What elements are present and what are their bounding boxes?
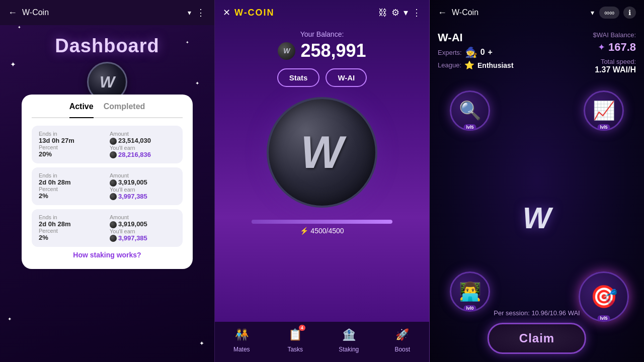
info-icon[interactable]: ℹ [623,7,636,19]
star-3: ✦ [186,40,189,45]
tasks-icon: 📋 4 [286,326,304,344]
main-coin-button[interactable]: W [267,97,377,208]
amount-value-3: 3,919,005 [110,220,176,228]
tasks-badge: 4 [299,325,305,331]
panel3-title: W-Coin [452,8,586,17]
nav-boost[interactable]: 🚀 Boost [385,326,420,358]
wai-tab[interactable]: W-AI [326,68,367,87]
back-button[interactable]: ← [8,8,17,18]
settings-icon[interactable]: ⚙ [391,7,399,18]
boost-label: Boost [394,346,410,353]
add-expert-button[interactable]: + [488,48,493,57]
panel-dashboard: ✦ ✦ ✦ ✦ ✦ ✦ ← W-Coin ▾ ⋮ Dashboard W Act… [0,0,215,362]
swai-label: $WAI Balance: [593,31,636,39]
balance-coin-icon: W [278,42,295,60]
swai-amount: 167.8 [608,41,636,54]
session-text: Per session: 10.96/10.96 WAI [430,309,644,317]
boost-icon: 🚀 [393,326,412,344]
speed-value: 1.37 WAI/H [593,65,636,74]
star-2: ✦ [195,80,199,86]
bottom-navigation: 🧑‍🤝‍🧑 Mates 📋 4 Tasks 🏦 Staking 🚀 Boost [215,322,429,362]
balance-label: Your Balance: [278,30,366,38]
agents-area: W 🔍 lvl5 📈 lvl5 👨‍💻 lvl0 🎯 [430,80,644,362]
connect-icon[interactable]: ⛓ [378,8,387,18]
claim-button[interactable]: Claim [488,323,586,354]
percent-value-1: 20% [39,150,105,158]
agent-search-level: lvl5 [463,124,476,130]
staking-item-1: Ends in 13d 0h 27m Percent 20% Amount 23… [32,126,183,163]
experts-count: 0 [480,48,485,57]
league-row: League: ⭐ Enthusiast [438,60,514,70]
cc-icon[interactable]: ∞∞ [599,7,619,19]
panel3-header-icons: ∞∞ ℹ [599,7,636,19]
panel3-back-button[interactable]: ← [438,8,447,18]
star-5: ✦ [199,340,204,347]
amount-label-1: Amount [110,131,176,137]
mates-label: Mates [233,346,250,353]
percent-value-2: 2% [39,192,105,200]
nav-staking[interactable]: 🏦 Staking [331,326,366,358]
agent-developer[interactable]: 👨‍💻 lvl0 [450,272,490,312]
balance-row: W 258,991 [278,40,366,61]
star-1: ✦ [10,60,16,68]
amount-value-1: 23,514,030 [110,137,176,145]
wai-right-info: $WAI Balance: ✦ 167.8 Total speed: 1.37 … [593,31,636,74]
panel3-header: ← W-Coin ▾ ∞∞ ℹ [430,0,644,25]
how-staking-link[interactable]: How staking works? [32,251,183,259]
percent-value-3: 2% [39,234,105,241]
agent-chart[interactable]: 📈 lvl5 [584,90,624,131]
agent-search[interactable]: 🔍 lvl5 [450,90,490,131]
panel-wcoin-main: ✕ W-COIN ⛓ ⚙ ▾ ⋮ Your Balance: W 258,991… [215,0,430,362]
swai-balance-row: ✦ 167.8 [593,41,636,54]
action-tabs: Stats W-AI [277,68,367,87]
amount-label-3: Amount [110,214,176,220]
close-button[interactable]: ✕ [223,7,230,18]
more-options-icon[interactable]: ⋮ [196,7,206,18]
percent-label-2: Percent [39,186,105,192]
energy-bar-container: ⚡ 4500/4500 [252,220,392,235]
expert-emoji: 🧙 [465,46,477,58]
energy-label: ⚡ 4500/4500 [252,227,392,235]
panel2-chevron[interactable]: ▾ [404,7,408,18]
wai-info-bar: W-AI Experts: 🧙 0 + League: ⭐ Enthusiast… [430,25,644,80]
tab-completed[interactable]: Completed [104,102,145,113]
big-w-letter: W [301,130,344,175]
staking-label: Staking [339,346,359,353]
wai-left-info: W-AI Experts: 🧙 0 + League: ⭐ Enthusiast [438,31,514,70]
diamond-icon: ✦ [598,42,605,53]
earn-value-2: 3,997,385 [110,193,176,201]
stats-tab[interactable]: Stats [277,68,320,87]
league-label: League: [438,61,461,69]
star-icon: ⭐ [464,60,474,70]
staking-card: Active Completed Ends in 13d 0h 27m Perc… [22,95,193,269]
staking-tabs: Active Completed [32,102,183,118]
ends-label-3: Ends in [39,214,105,220]
panel2-dots[interactable]: ⋮ [412,7,421,18]
chevron-down-icon[interactable]: ▾ [188,9,191,17]
balance-amount: 258,991 [300,40,366,61]
panel3-chevron-icon[interactable]: ▾ [591,9,594,17]
percent-label-1: Percent [39,144,105,150]
league-value: Enthusiast [477,61,514,69]
staking-nav-icon: 🏦 [340,326,358,344]
staking-item-3: Ends in 2d 0h 28m Percent 2% Amount 3,91… [32,209,183,247]
ends-label-1: Ends in [39,131,105,137]
nav-mates[interactable]: 🧑‍🤝‍🧑 Mates [224,326,259,358]
experts-label: Experts: [438,49,462,56]
tab-active[interactable]: Active [69,102,94,118]
wai-title: W-AI [438,31,514,44]
earn-value-1: 28,216,836 [110,151,176,159]
ends-label-2: Ends in [39,172,105,178]
percent-label-3: Percent [39,228,105,234]
star-4: ✦ [8,316,12,322]
ends-value-3: 2d 0h 28m [39,220,105,228]
panel1-header: ← W-Coin ▾ ⋮ [0,0,214,25]
staking-item-2: Ends in 2d 0h 28m Percent 2% Amount 3,91… [32,167,183,205]
app-title: W-Coin [22,8,183,17]
amount-label-2: Amount [110,172,176,178]
nav-tasks[interactable]: 📋 4 Tasks [278,326,313,358]
mates-icon: 🧑‍🤝‍🧑 [232,326,251,344]
agent-chart-level: lvl5 [597,124,610,130]
coin-inner: W [277,107,367,198]
dashboard-title: Dashboard [55,35,159,57]
